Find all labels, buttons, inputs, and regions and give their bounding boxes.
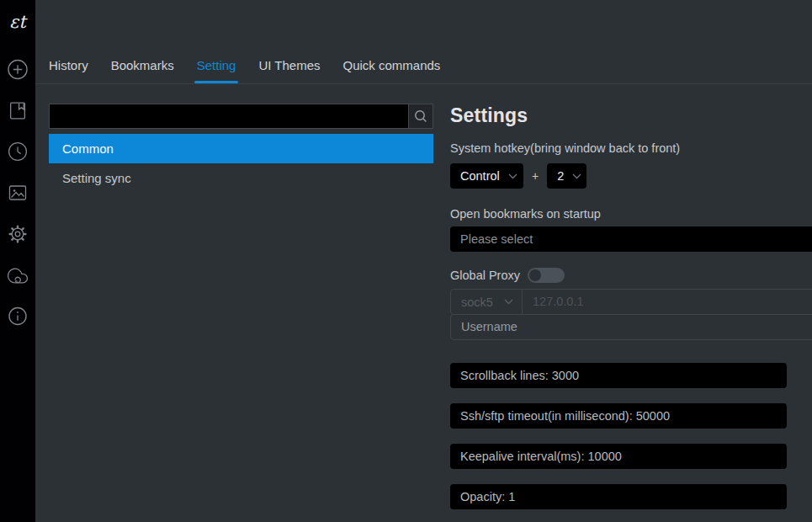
settings-nav: Common Setting sync bbox=[49, 104, 433, 193]
scrollback-lines-input[interactable]: Scrollback lines: 3000 bbox=[450, 363, 787, 388]
tab-setting[interactable]: Setting bbox=[197, 58, 236, 83]
settings-search bbox=[49, 104, 433, 129]
hotkey-modifier-value: Control bbox=[460, 169, 500, 183]
settings-nav-list: Common Setting sync bbox=[49, 134, 433, 193]
hotkey-modifier-select[interactable]: Control bbox=[450, 163, 523, 189]
cloud-sync-icon[interactable] bbox=[8, 265, 29, 290]
tab-history[interactable]: History bbox=[49, 58, 88, 83]
settings-panel: Settings System hotkey(bring window back… bbox=[450, 104, 812, 522]
settings-gear-icon[interactable] bbox=[8, 224, 28, 248]
nav-item-setting-sync[interactable]: Setting sync bbox=[49, 163, 433, 193]
global-proxy-toggle[interactable] bbox=[528, 268, 565, 283]
bookmarks-icon[interactable] bbox=[8, 101, 28, 124]
settings-search-input[interactable] bbox=[50, 104, 408, 128]
toggle-knob bbox=[529, 269, 541, 281]
main-area: History Bookmarks Setting UI Themes Quic… bbox=[35, 0, 812, 522]
bookmarks-startup-label: Open bookmarks on startup bbox=[450, 206, 812, 221]
ssh-timeout-input[interactable]: Ssh/sftp timeout(in millisecond): 50000 bbox=[450, 403, 787, 429]
hotkey-key-select[interactable]: 2 bbox=[547, 163, 586, 189]
bookmarks-startup-select[interactable]: Please select bbox=[450, 226, 812, 252]
tab-quick-commands[interactable]: Quick commands bbox=[343, 58, 441, 83]
keepalive-interval-input[interactable]: Keepalive interval(ms): 10000 bbox=[450, 444, 787, 469]
history-icon[interactable] bbox=[8, 141, 28, 165]
tab-ui-themes[interactable]: UI Themes bbox=[258, 58, 320, 83]
chevron-down-icon bbox=[504, 299, 513, 305]
chevron-down-icon bbox=[508, 173, 517, 179]
proxy-host-input[interactable]: 127.0.0.1 bbox=[523, 289, 812, 315]
proxy-username-input[interactable]: Username bbox=[450, 314, 812, 340]
opacity-input[interactable]: Opacity: 1 bbox=[450, 484, 787, 509]
themes-image-icon[interactable] bbox=[8, 183, 28, 206]
app-logo[interactable]: εt bbox=[0, 12, 35, 32]
sidebar: εt bbox=[0, 0, 35, 522]
nav-item-common[interactable]: Common bbox=[49, 134, 433, 163]
chevron-down-icon bbox=[572, 173, 581, 179]
search-icon bbox=[414, 109, 427, 123]
tab-bar: History Bookmarks Setting UI Themes Quic… bbox=[35, 0, 812, 84]
info-icon[interactable] bbox=[8, 306, 28, 329]
tab-bookmarks[interactable]: Bookmarks bbox=[111, 58, 174, 83]
panel-title: Settings bbox=[450, 104, 812, 127]
hotkey-label: System hotkey(bring window back to front… bbox=[450, 141, 812, 156]
proxy-scheme-select[interactable]: sock5 bbox=[450, 289, 523, 315]
hotkey-plus: + bbox=[532, 169, 539, 183]
new-session-icon[interactable] bbox=[8, 59, 29, 83]
search-button[interactable] bbox=[408, 104, 433, 128]
global-proxy-label: Global Proxy bbox=[450, 268, 520, 283]
proxy-scheme-value: sock5 bbox=[461, 296, 493, 309]
hotkey-key-value: 2 bbox=[557, 169, 564, 183]
